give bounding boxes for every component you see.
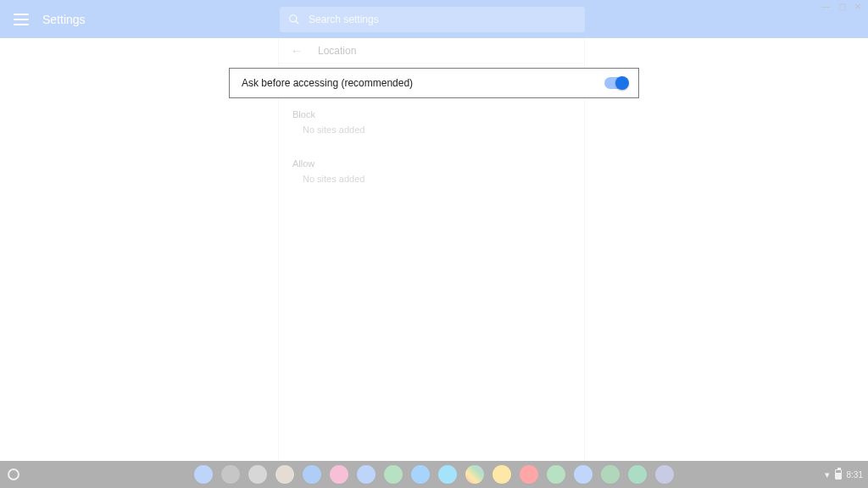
breadcrumb: ← Location — [279, 38, 584, 64]
app-icon-messenger[interactable] — [411, 465, 430, 484]
app-icon-chrome[interactable] — [465, 465, 484, 484]
window-controls: — ▢ ✕ — [815, 0, 868, 13]
svg-line-1 — [296, 21, 299, 25]
app-icon-apps-green[interactable] — [601, 465, 620, 484]
app-icon-settings-grey[interactable] — [248, 465, 267, 484]
menu-icon[interactable] — [14, 14, 29, 25]
app-icon-keep[interactable] — [492, 465, 511, 484]
ask-before-accessing-label: Ask before accessing (recommended) — [242, 77, 413, 89]
app-icon-music[interactable] — [330, 465, 348, 484]
allow-section-empty: No sites added — [279, 174, 584, 196]
app-icon-drive[interactable] — [628, 465, 647, 484]
tray-time: 8:31 — [847, 470, 863, 480]
back-arrow-icon[interactable]: ← — [291, 44, 303, 58]
settings-content-panel: ← Location Block No sites added Allow No… — [278, 38, 585, 461]
breadcrumb-label: Location — [318, 45, 356, 57]
app-icon-skype[interactable] — [438, 465, 457, 484]
block-section-title: Block — [279, 97, 584, 125]
allow-section-title: Allow — [279, 147, 584, 174]
system-tray[interactable]: ▾ 8:31 — [825, 469, 863, 480]
ask-before-accessing-toggle[interactable] — [604, 77, 628, 89]
shelf-apps — [194, 465, 674, 484]
search-icon — [288, 14, 300, 25]
maximize-button[interactable]: ▢ — [838, 3, 846, 11]
app-icon-chat[interactable] — [384, 465, 403, 484]
ask-before-accessing-row[interactable]: Ask before accessing (recommended) — [229, 68, 639, 98]
search-input[interactable] — [309, 14, 576, 25]
app-icon-apps-blue[interactable] — [574, 465, 593, 484]
shelf: ▾ 8:31 — [0, 461, 868, 488]
app-icon-play[interactable] — [547, 465, 565, 484]
app-icon-web-app[interactable] — [303, 465, 321, 484]
app-icon-youtube[interactable] — [520, 465, 538, 484]
block-section-empty: No sites added — [279, 125, 584, 147]
app-title: Settings — [42, 13, 86, 26]
app-icon-chrome-canary[interactable] — [275, 465, 294, 484]
app-icon-files[interactable] — [194, 465, 213, 484]
svg-point-0 — [290, 15, 297, 22]
app-icon-store[interactable] — [221, 465, 240, 484]
close-button[interactable]: ✕ — [854, 3, 861, 11]
app-icon-camera[interactable] — [655, 465, 674, 484]
wifi-icon: ▾ — [825, 469, 830, 480]
launcher-icon — [8, 469, 19, 480]
battery-icon — [835, 469, 842, 480]
search-box[interactable] — [280, 7, 585, 32]
minimize-button[interactable]: — — [821, 3, 830, 11]
launcher-button[interactable] — [0, 461, 27, 488]
chrome-settings-header: Settings — [0, 0, 868, 38]
app-icon-mail[interactable] — [357, 465, 376, 484]
